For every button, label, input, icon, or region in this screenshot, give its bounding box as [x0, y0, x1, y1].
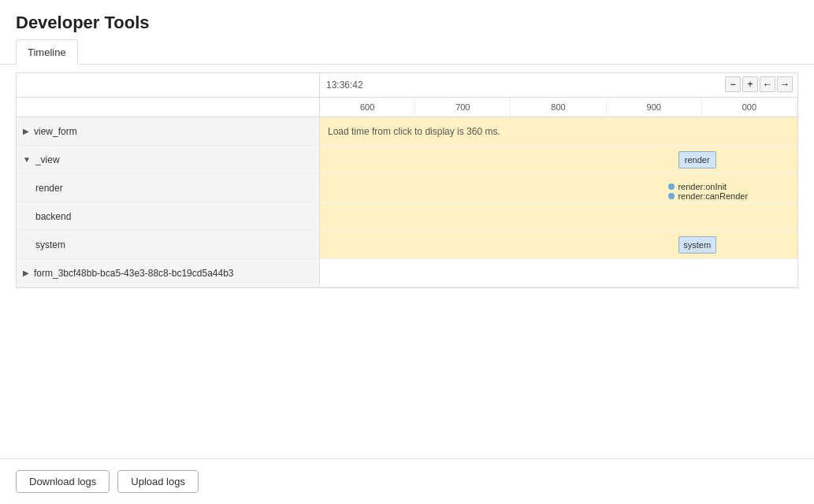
upload-logs-button[interactable]: Upload logs	[117, 470, 199, 493]
row-label-backend: backend	[17, 202, 320, 230]
timeline-header: 13:36:42 − + ← →	[17, 73, 797, 98]
scale-ticks: 600 700 800 900 000	[320, 98, 797, 117]
tick-000: 000	[702, 98, 797, 117]
row-text-system: system	[35, 239, 65, 250]
zoom-in-button[interactable]: +	[742, 76, 758, 92]
row-label-view: ▼ _view	[17, 146, 320, 173]
table-row: render render:onInit render:canRender	[17, 174, 797, 202]
row-content-view-form: Load time from click to display is 360 m…	[320, 117, 797, 145]
row-tooltip-view-form: Load time from click to display is 360 m…	[328, 126, 500, 137]
table-row: ▶ form_3bcf48bb-bca5-43e3-88c8-bc19cd5a4…	[17, 259, 797, 287]
tab-timeline[interactable]: Timeline	[16, 39, 78, 65]
timeline-controls: − + ← →	[720, 73, 797, 95]
tick-800: 800	[511, 98, 606, 117]
pan-left-button[interactable]: ←	[760, 76, 775, 92]
scale-ticks-row: 600 700 800 900 000	[17, 98, 797, 117]
row-content-backend	[320, 202, 797, 230]
expand-icon-form-long[interactable]: ▶	[23, 269, 29, 277]
footer: Download logs Upload logs	[0, 458, 814, 504]
dot-icon-onInit	[668, 183, 675, 190]
timeline-container: 13:36:42 − + ← → 600 700 800 900	[16, 72, 798, 288]
pan-right-button[interactable]: →	[777, 76, 793, 92]
row-content-system: system	[320, 231, 797, 258]
table-row: ▶ view_form Load time from click to disp…	[17, 117, 797, 146]
tick-700: 700	[415, 98, 511, 117]
row-text-render: render	[35, 183, 63, 194]
row-content-render: render:onInit render:canRender	[320, 174, 797, 202]
row-label-view-form: ▶ view_form	[17, 117, 320, 145]
expand-icon-view-form[interactable]: ▶	[23, 127, 29, 135]
dot-icon-canRender	[668, 193, 675, 199]
scale-spacer	[17, 98, 320, 117]
row-text-view-form: view_form	[34, 126, 77, 137]
dot-canRender: render:canRender	[668, 191, 748, 201]
bar-render: render	[678, 151, 716, 169]
row-text-backend: backend	[35, 211, 71, 222]
bar-system-label: system	[683, 240, 711, 250]
page-title: Developer Tools	[16, 13, 798, 33]
row-label-form-long: ▶ form_3bcf48bb-bca5-43e3-88c8-bc19cd5a4…	[17, 259, 320, 287]
expand-icon-view[interactable]: ▼	[23, 155, 31, 164]
timeline-label-spacer	[17, 73, 320, 97]
row-text-form-long: form_3bcf48bb-bca5-43e3-88c8-bc19cd5a44b…	[34, 268, 234, 279]
main-content: 13:36:42 − + ← → 600 700 800 900	[0, 65, 814, 458]
dot-onInit: render:onInit	[668, 182, 727, 191]
bar-render-label: render	[685, 155, 710, 165]
dot-label-onInit: render:onInit	[678, 182, 727, 191]
table-row: ▼ _view render	[17, 146, 797, 174]
timeline-scale-area: 13:36:42 − + ← →	[320, 73, 797, 97]
timeline-timestamp: 13:36:42	[320, 76, 370, 94]
row-content-form-long	[320, 259, 797, 287]
row-label-system: system	[17, 231, 320, 258]
zoom-out-button[interactable]: −	[725, 76, 741, 92]
tabs-bar: Timeline	[0, 39, 814, 65]
table-row: backend	[17, 202, 797, 231]
row-content-view: render	[320, 146, 797, 173]
row-text-view: _view	[35, 154, 60, 165]
table-row: system system	[17, 231, 797, 259]
row-label-render: render	[17, 174, 320, 202]
tick-600: 600	[320, 98, 415, 117]
download-logs-button[interactable]: Download logs	[16, 470, 110, 493]
tick-900: 900	[607, 98, 702, 117]
dot-label-canRender: render:canRender	[678, 191, 748, 201]
bar-system: system	[678, 236, 716, 254]
